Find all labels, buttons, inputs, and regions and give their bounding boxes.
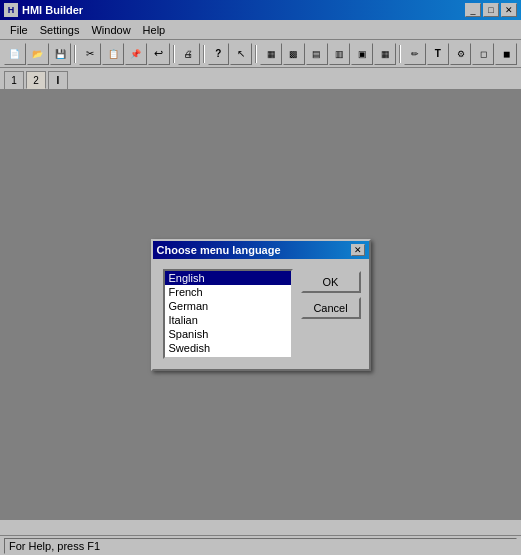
language-item-italian[interactable]: Italian [165, 313, 291, 327]
status-help-text: For Help, press F1 [9, 540, 100, 552]
toolbar-btn-6[interactable]: ▩ [283, 43, 305, 65]
maximize-button[interactable]: □ [483, 3, 499, 17]
toolbar-btn-11[interactable]: ✏ [404, 43, 426, 65]
menu-settings[interactable]: Settings [34, 22, 86, 38]
title-bar: H HMI Builder _ □ ✕ [0, 0, 521, 20]
toolbar-btn-5[interactable]: ▦ [260, 43, 282, 65]
open-button[interactable] [27, 43, 49, 65]
tab-1[interactable]: 1 [4, 71, 24, 89]
title-bar-left: H HMI Builder [4, 3, 83, 17]
toolbar-separator-5 [399, 45, 401, 63]
toolbar-btn-7[interactable]: ▤ [306, 43, 328, 65]
toolbar-btn-9[interactable]: ▣ [351, 43, 373, 65]
main-area: Choose menu language ✕ English French Ge… [0, 90, 521, 520]
toolbar-btn-13[interactable]: ◻ [472, 43, 494, 65]
text-button[interactable] [427, 43, 449, 65]
close-button[interactable]: ✕ [501, 3, 517, 17]
tab-bar: 1 2 I [0, 68, 521, 90]
toolbar-separator-3 [203, 45, 205, 63]
new-button[interactable] [4, 43, 26, 65]
cursor-button[interactable] [230, 43, 252, 65]
dialog-title: Choose menu language [157, 244, 281, 256]
dialog-title-bar: Choose menu language ✕ [153, 241, 369, 259]
language-item-french[interactable]: French [165, 285, 291, 299]
toolbar-separator-4 [255, 45, 257, 63]
toolbar-btn-10[interactable]: ▦ [374, 43, 396, 65]
toolbar-btn-14[interactable]: ◼ [495, 43, 517, 65]
paste-button[interactable] [125, 43, 147, 65]
window-title: HMI Builder [22, 4, 83, 16]
dialog-close-button[interactable]: ✕ [351, 244, 365, 256]
save-button[interactable] [50, 43, 72, 65]
copy-button[interactable] [102, 43, 124, 65]
language-listbox-container: English French German Italian Spanish Sw… [163, 269, 293, 359]
ok-button[interactable]: OK [301, 271, 361, 293]
language-dialog: Choose menu language ✕ English French Ge… [151, 239, 371, 371]
tab-2[interactable]: 2 [26, 71, 46, 89]
language-listbox[interactable]: English French German Italian Spanish Sw… [163, 269, 293, 359]
menu-file[interactable]: File [4, 22, 34, 38]
toolbar-btn-8[interactable]: ▥ [329, 43, 351, 65]
toolbar-btn-12[interactable]: ⚙ [450, 43, 472, 65]
menu-window[interactable]: Window [85, 22, 136, 38]
dialog-buttons: OK Cancel [301, 269, 361, 359]
cut-button[interactable] [79, 43, 101, 65]
tab-i[interactable]: I [48, 71, 68, 89]
undo-button[interactable] [148, 43, 170, 65]
toolbar: ▦ ▩ ▤ ▥ ▣ ▦ ✏ ⚙ ◻ ◼ [0, 40, 521, 68]
language-item-english[interactable]: English [165, 271, 291, 285]
cancel-button[interactable]: Cancel [301, 297, 361, 319]
toolbar-separator-1 [74, 45, 76, 63]
title-bar-controls: _ □ ✕ [465, 3, 517, 17]
app-icon: H [4, 3, 18, 17]
help-button[interactable] [208, 43, 230, 65]
language-item-german[interactable]: German [165, 299, 291, 313]
status-bar: For Help, press F1 [0, 535, 521, 555]
language-item-swedish[interactable]: Swedish [165, 341, 291, 355]
dialog-body: English French German Italian Spanish Sw… [153, 259, 369, 369]
menu-bar: File Settings Window Help [0, 20, 521, 40]
minimize-button[interactable]: _ [465, 3, 481, 17]
status-panel: For Help, press F1 [4, 538, 517, 554]
language-item-spanish[interactable]: Spanish [165, 327, 291, 341]
print-button[interactable] [178, 43, 200, 65]
menu-help[interactable]: Help [137, 22, 172, 38]
toolbar-separator-2 [173, 45, 175, 63]
dialog-overlay: Choose menu language ✕ English French Ge… [0, 90, 521, 520]
